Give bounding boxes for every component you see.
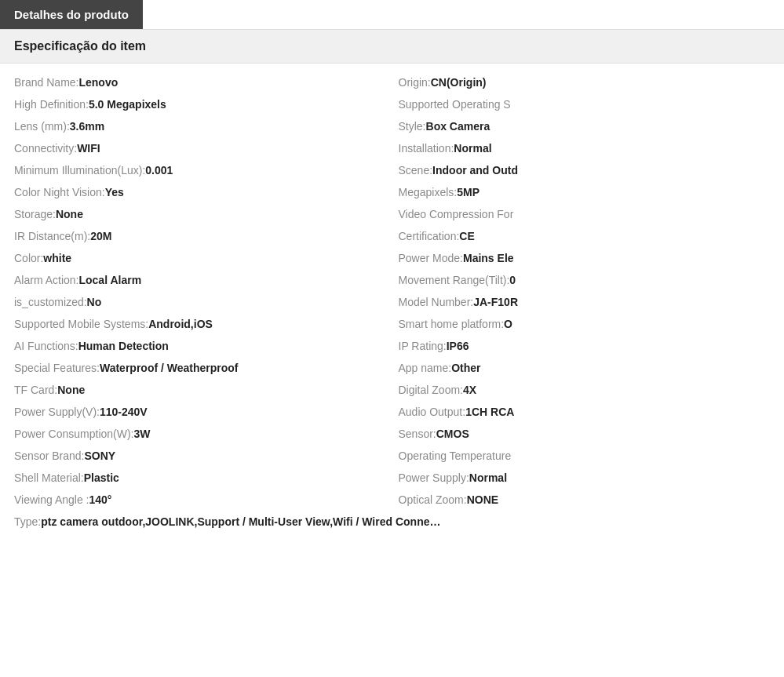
spec-label: Power Supply: — [399, 471, 469, 484]
spec-label: Installation: — [399, 142, 454, 155]
spec-value: 110-240V — [100, 406, 148, 418]
spec-value: O — [504, 318, 512, 330]
spec-row-right: Certification:CE — [392, 225, 777, 247]
spec-row-right: Model Number:JA-F10R — [392, 291, 777, 313]
spec-label: AI Functions: — [14, 340, 78, 352]
spec-row-left: Storage:None — [8, 203, 392, 225]
spec-row-right: Sensor:CMOS — [392, 423, 777, 445]
spec-value: SONY — [85, 450, 116, 462]
spec-value: 20M — [90, 230, 111, 242]
spec-row-left: Viewing Angle :140° — [8, 489, 392, 511]
spec-label: Color: — [14, 252, 43, 264]
spec-value: 3W — [134, 428, 151, 440]
spec-value: NONE — [467, 493, 498, 506]
spec-label: Brand Name: — [14, 76, 78, 89]
spec-label: Operating Temperature — [399, 450, 512, 462]
spec-value: 140° — [89, 493, 111, 506]
spec-label: Model Number: — [399, 296, 474, 308]
spec-row-left: Power Supply(V):110-240V — [8, 401, 392, 423]
spec-value: Lenovo — [78, 76, 118, 89]
tab-header[interactable]: Detalhes do produto — [0, 0, 143, 29]
spec-row-right: Digital Zoom:4X — [392, 379, 777, 401]
spec-row-left: Power Consumption(W):3W — [8, 423, 392, 445]
spec-label: Lens (mm): — [14, 120, 70, 133]
spec-label: Shell Material: — [14, 471, 84, 484]
spec-row-right: Optical Zoom:NONE — [392, 489, 777, 511]
spec-value: JA-F10R — [473, 296, 518, 308]
spec-label: Digital Zoom: — [399, 384, 463, 396]
spec-value: None — [56, 208, 83, 220]
spec-row-right: Scene:Indoor and Outd — [392, 159, 777, 181]
spec-label: Special Features: — [14, 362, 100, 374]
spec-label: Power Consumption(W): — [14, 428, 134, 440]
spec-value: Local Alarm — [78, 274, 141, 286]
spec-row-right: Style:Box Camera — [392, 115, 777, 137]
spec-value: 5MP — [457, 186, 480, 198]
spec-row-left: Connectivity:WIFI — [8, 137, 392, 159]
type-row: Type:ptz camera outdoor,JOOLINK,Support … — [8, 511, 776, 533]
type-label: Type: — [14, 515, 41, 528]
spec-label: App name: — [399, 362, 452, 374]
spec-row-left: Lens (mm):3.6mm — [8, 115, 392, 137]
spec-label: Supported Mobile Systems: — [14, 318, 148, 330]
spec-row-left: Color Night Vision:Yes — [8, 181, 392, 203]
spec-row-left: IR Distance(m):20M — [8, 225, 392, 247]
spec-value: 4X — [463, 384, 476, 396]
spec-label: Video Compression For — [399, 208, 514, 220]
spec-label: Optical Zoom: — [399, 493, 467, 506]
spec-value: Android,iOS — [148, 318, 213, 330]
spec-label: Storage: — [14, 208, 56, 220]
spec-row-right: Power Supply:Normal — [392, 467, 777, 489]
spec-row-right: Movement Range(Tilt):0 — [392, 269, 777, 291]
section-title-text: Especificação do item — [14, 39, 146, 53]
spec-row-left: Color:white — [8, 247, 392, 269]
spec-value: None — [57, 384, 85, 396]
spec-label: IP Rating: — [399, 340, 447, 352]
spec-value: Indoor and Outd — [432, 164, 518, 177]
spec-value: 5.0 Megapixels — [89, 98, 166, 111]
tab-label: Detalhes do produto — [14, 8, 129, 21]
spec-row-right: Installation:Normal — [392, 137, 777, 159]
spec-label: IR Distance(m): — [14, 230, 90, 242]
spec-row-right: Smart home platform:O — [392, 313, 777, 335]
spec-value: Box Camera — [426, 120, 490, 133]
specs-container: Brand Name:LenovoOrigin:CN(Origin)High D… — [0, 64, 784, 541]
spec-value: Normal — [454, 142, 491, 155]
spec-value: white — [43, 252, 71, 264]
spec-value: 0 — [509, 274, 516, 286]
spec-value: IP66 — [447, 340, 469, 352]
spec-value: Yes — [105, 186, 124, 198]
spec-label: Certification: — [399, 230, 460, 242]
spec-row-right: Power Mode:Mains Ele — [392, 247, 777, 269]
spec-row-right: Video Compression For — [392, 203, 777, 225]
spec-row-left: is_customized:No — [8, 291, 392, 313]
spec-label: Supported Operating S — [399, 98, 511, 111]
spec-label: Sensor Brand: — [14, 450, 85, 462]
spec-row-left: Sensor Brand:SONY — [8, 445, 392, 467]
specs-grid: Brand Name:LenovoOrigin:CN(Origin)High D… — [8, 71, 776, 511]
spec-row-left: Shell Material:Plastic — [8, 467, 392, 489]
spec-label: Minimum Illumination(Lux): — [14, 164, 145, 177]
spec-label: Color Night Vision: — [14, 186, 105, 198]
spec-row-right: Supported Operating S — [392, 93, 777, 115]
spec-label: Megapixels: — [399, 186, 458, 198]
spec-label: Power Supply(V): — [14, 406, 100, 418]
spec-value: CN(Origin) — [431, 76, 487, 89]
section-title-bar: Especificação do item — [0, 29, 784, 64]
spec-label: Connectivity: — [14, 142, 77, 155]
spec-row-left: Brand Name:Lenovo — [8, 71, 392, 93]
spec-value: 0.001 — [145, 164, 173, 177]
spec-value: 1CH RCA — [465, 406, 514, 418]
spec-row-left: High Definition:5.0 Megapixels — [8, 93, 392, 115]
type-value: ptz camera outdoor,JOOLINK,Support / Mul… — [41, 515, 440, 528]
spec-row-right: Origin:CN(Origin) — [392, 71, 777, 93]
spec-row-left: Alarm Action:Local Alarm — [8, 269, 392, 291]
spec-label: is_customized: — [14, 296, 87, 308]
spec-label: Power Mode: — [399, 252, 463, 264]
spec-row-right: App name:Other — [392, 357, 777, 379]
spec-row-left: Supported Mobile Systems:Android,iOS — [8, 313, 392, 335]
spec-row-left: Special Features:Waterproof / Weatherpro… — [8, 357, 392, 379]
spec-row-left: TF Card:None — [8, 379, 392, 401]
spec-row-left: Minimum Illumination(Lux):0.001 — [8, 159, 392, 181]
spec-label: Sensor: — [399, 428, 436, 440]
